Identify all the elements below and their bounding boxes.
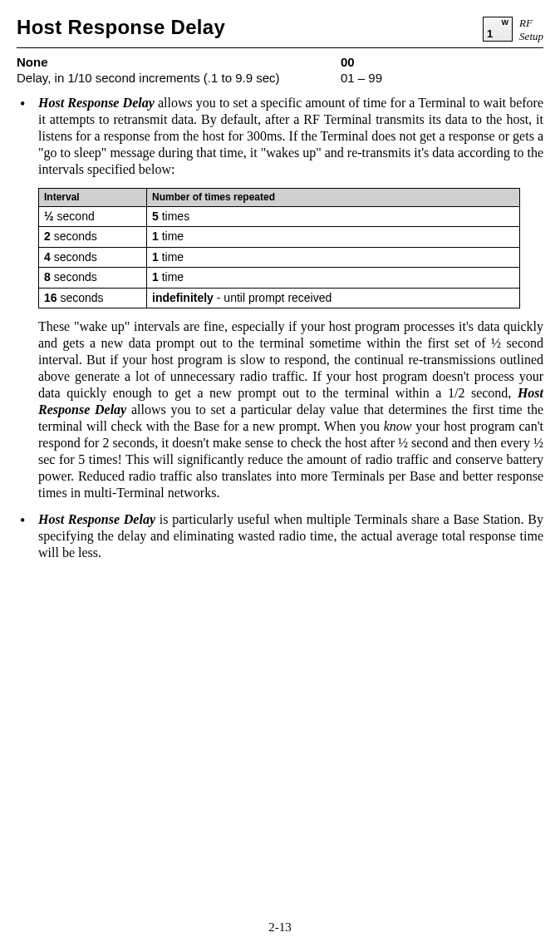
key-top-label: W [502,18,509,27]
interval-bold: 4 [44,250,51,264]
settings-list: None 00 Delay, in 1/10 second increments… [17,55,543,86]
repeated-rest: times [159,210,189,223]
repeated-rest: - until prompt received [214,291,332,304]
repeated-cell: indefinitely - until prompt received [147,288,520,308]
repeated-cell: 1 time [147,247,520,268]
repeated-bold: indefinitely [152,291,214,304]
interval-bold: ½ [44,210,54,223]
bullet-paragraph: Host Response Delay is particularly usef… [38,511,543,561]
page-header: Host Response Delay W 1 RF Setup [17,15,543,48]
interval-cell: 8 seconds [39,268,147,289]
settings-value: 00 [341,55,543,71]
interval-bold: 2 [44,229,51,243]
repeated-bold: 5 [152,210,159,223]
settings-label: Delay, in 1/10 second increments (.1 to … [17,71,341,86]
lead-term: Host Response Delay [38,96,155,110]
interval-table: Interval Number of times repeated ½ seco… [38,188,520,309]
header-right: W 1 RF Setup [483,17,543,42]
lead-term: Host Response Delay [38,512,155,526]
table-header-row: Interval Number of times repeated [39,188,520,206]
repeated-bold: 1 [152,250,159,264]
repeated-rest: time [159,250,184,264]
interval-cell: ½ second [39,206,147,227]
keypad-key-icon: W 1 [483,17,513,42]
bullet-item: Host Response Delay allows you to set a … [17,95,543,178]
after-table-paragraph: These "wake up" intervals are fine, espe… [17,318,543,501]
interval-cell: 4 seconds [39,247,147,268]
repeated-rest: time [159,270,184,284]
key-bottom-label: 1 [487,28,493,39]
repeated-rest: time [159,229,184,243]
after-know: know [384,419,412,433]
table-row: 8 seconds1 time [39,268,520,289]
repeated-cell: 1 time [147,268,520,289]
settings-label: None [17,55,341,71]
page-title: Host Response Delay [17,15,225,40]
header-meta: RF Setup [519,17,543,42]
repeated-bold: 1 [152,270,159,284]
page-number: 2-13 [0,920,560,935]
table-header-repeated: Number of times repeated [147,188,520,206]
repeated-cell: 5 times [147,206,520,227]
bullet-list-2: Host Response Delay is particularly usef… [17,511,543,561]
table-row: ½ second5 times [39,206,520,227]
interval-bold: 8 [44,270,51,284]
interval-rest: seconds [51,250,97,264]
interval-cell: 2 seconds [39,227,147,248]
interval-cell: 16 seconds [39,288,147,308]
interval-bold: 16 [44,291,57,304]
table-row: 4 seconds1 time [39,247,520,268]
settings-row: None 00 [17,55,543,71]
interval-rest: seconds [51,270,97,284]
table-row: 2 seconds1 time [39,227,520,248]
bullet-list: Host Response Delay allows you to set a … [17,95,543,178]
settings-row: Delay, in 1/10 second increments (.1 to … [17,71,543,86]
settings-value: 01 – 99 [341,71,543,86]
header-meta-line1: RF [519,17,543,30]
header-meta-line2: Setup [519,30,543,43]
table-row: 16 secondsindefinitely - until prompt re… [39,288,520,308]
repeated-cell: 1 time [147,227,520,248]
after-text-1: These "wake up" intervals are fine, espe… [38,319,543,400]
table-header-interval: Interval [39,188,147,206]
repeated-bold: 1 [152,229,159,243]
interval-rest: second [54,210,95,223]
interval-rest: seconds [51,229,97,243]
interval-rest: seconds [57,291,104,304]
bullet-item: Host Response Delay is particularly usef… [17,511,543,561]
bullet-paragraph: Host Response Delay allows you to set a … [38,95,543,178]
